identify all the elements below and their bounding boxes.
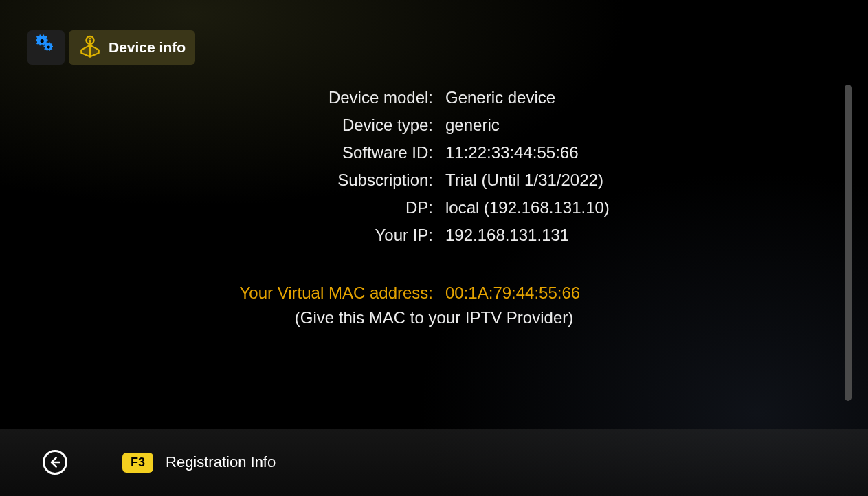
info-grid: Device model: Generic device Device type… (27, 88, 841, 303)
scrollbar[interactable] (845, 85, 852, 401)
svg-point-1 (47, 45, 50, 48)
note-give-mac: (Give this MAC to your IPTV Provider) (27, 308, 841, 327)
label-virtual-mac: Your Virtual MAC address: (27, 283, 433, 303)
f3-key-badge: F3 (122, 453, 153, 473)
value-dp: local (192.168.131.10) (445, 198, 841, 217)
device-info-icon (78, 34, 102, 61)
label-software-id: Software ID: (27, 143, 433, 162)
label-device-model: Device model: (27, 88, 433, 107)
content: Device model: Generic device Device type… (27, 88, 841, 327)
tab-device-info[interactable]: Device info (69, 30, 195, 65)
tabs: Device info (27, 30, 195, 65)
back-arrow-icon (43, 450, 67, 475)
tab-device-info-label: Device info (109, 39, 186, 56)
value-software-id: 11:22:33:44:55:66 (445, 143, 841, 162)
svg-point-0 (41, 39, 44, 43)
value-subscription: Trial (Until 1/31/2022) (445, 171, 841, 190)
value-device-model: Generic device (445, 88, 841, 107)
value-device-type: generic (445, 116, 841, 135)
value-virtual-mac: 00:1A:79:44:55:66 (445, 283, 841, 303)
label-your-ip: Your IP: (27, 226, 433, 245)
back-button[interactable] (0, 429, 110, 496)
registration-info-hint[interactable]: F3 Registration Info (122, 453, 276, 473)
value-your-ip: 192.168.131.131 (445, 226, 841, 245)
label-subscription: Subscription: (27, 171, 433, 190)
label-device-type: Device type: (27, 116, 433, 135)
gear-icon (34, 34, 58, 61)
registration-info-label: Registration Info (166, 453, 276, 471)
tab-settings[interactable] (27, 30, 65, 65)
bottom-bar: F3 Registration Info (0, 429, 868, 496)
label-dp: DP: (27, 198, 433, 217)
